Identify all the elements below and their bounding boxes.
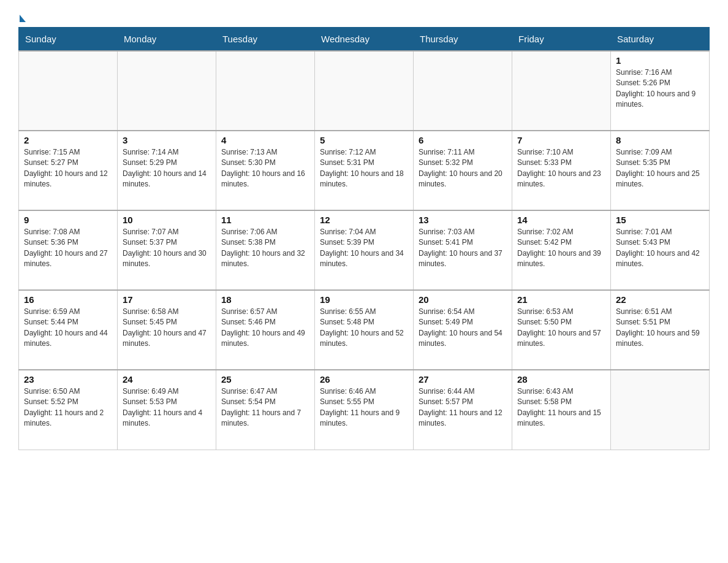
day-info: Sunrise: 6:57 AM Sunset: 5:46 PM Dayligh… [221, 307, 309, 350]
calendar-cell: 10Sunrise: 7:07 AM Sunset: 5:37 PM Dayli… [118, 210, 216, 290]
calendar-cell: 28Sunrise: 6:43 AM Sunset: 5:58 PM Dayli… [512, 370, 611, 450]
day-info: Sunrise: 7:02 AM Sunset: 5:42 PM Dayligh… [517, 227, 605, 270]
calendar-cell: 16Sunrise: 6:59 AM Sunset: 5:44 PM Dayli… [19, 290, 118, 370]
column-header-tuesday: Tuesday [216, 28, 315, 52]
column-header-monday: Monday [118, 28, 216, 52]
calendar-cell [216, 51, 315, 131]
day-info: Sunrise: 7:10 AM Sunset: 5:33 PM Dayligh… [517, 147, 605, 190]
calendar-cell: 25Sunrise: 6:47 AM Sunset: 5:54 PM Dayli… [216, 370, 315, 450]
calendar-cell: 17Sunrise: 6:58 AM Sunset: 5:45 PM Dayli… [118, 290, 216, 370]
column-header-saturday: Saturday [611, 28, 710, 52]
day-info: Sunrise: 6:43 AM Sunset: 5:58 PM Dayligh… [517, 386, 605, 429]
day-info: Sunrise: 7:12 AM Sunset: 5:31 PM Dayligh… [320, 147, 408, 190]
day-number: 15 [616, 215, 704, 225]
day-info: Sunrise: 6:51 AM Sunset: 5:51 PM Dayligh… [616, 307, 704, 350]
day-number: 12 [320, 215, 408, 225]
day-info: Sunrise: 6:58 AM Sunset: 5:45 PM Dayligh… [123, 307, 211, 350]
calendar-cell: 15Sunrise: 7:01 AM Sunset: 5:43 PM Dayli… [611, 210, 710, 290]
day-info: Sunrise: 7:09 AM Sunset: 5:35 PM Dayligh… [616, 147, 704, 190]
day-number: 2 [24, 135, 112, 145]
calendar-table: SundayMondayTuesdayWednesdayThursdayFrid… [18, 27, 710, 450]
calendar-cell: 9Sunrise: 7:08 AM Sunset: 5:36 PM Daylig… [19, 210, 118, 290]
day-number: 24 [123, 374, 211, 385]
day-info: Sunrise: 6:50 AM Sunset: 5:52 PM Dayligh… [24, 386, 112, 429]
day-number: 17 [123, 294, 211, 305]
calendar-cell: 12Sunrise: 7:04 AM Sunset: 5:39 PM Dayli… [315, 210, 414, 290]
day-info: Sunrise: 6:53 AM Sunset: 5:50 PM Dayligh… [517, 307, 605, 350]
logo [18, 12, 26, 21]
calendar-week-row: 23Sunrise: 6:50 AM Sunset: 5:52 PM Dayli… [19, 370, 710, 450]
calendar-cell: 13Sunrise: 7:03 AM Sunset: 5:41 PM Dayli… [414, 210, 512, 290]
day-number: 8 [616, 135, 704, 145]
day-number: 5 [320, 135, 408, 145]
day-info: Sunrise: 6:59 AM Sunset: 5:44 PM Dayligh… [24, 307, 112, 350]
day-number: 23 [24, 374, 112, 385]
day-info: Sunrise: 6:55 AM Sunset: 5:48 PM Dayligh… [320, 307, 408, 350]
day-number: 1 [616, 55, 704, 66]
calendar-header-row: SundayMondayTuesdayWednesdayThursdayFrid… [19, 28, 710, 52]
day-info: Sunrise: 7:08 AM Sunset: 5:36 PM Dayligh… [24, 227, 112, 270]
day-number: 20 [419, 294, 507, 305]
page-header [18, 12, 710, 21]
calendar-cell: 27Sunrise: 6:44 AM Sunset: 5:57 PM Dayli… [414, 370, 512, 450]
day-info: Sunrise: 7:11 AM Sunset: 5:32 PM Dayligh… [419, 147, 507, 190]
day-number: 16 [24, 294, 112, 305]
day-number: 18 [221, 294, 309, 305]
day-number: 4 [221, 135, 309, 145]
day-number: 10 [123, 215, 211, 225]
day-number: 6 [419, 135, 507, 145]
day-info: Sunrise: 6:54 AM Sunset: 5:49 PM Dayligh… [419, 307, 507, 350]
column-header-wednesday: Wednesday [315, 28, 414, 52]
calendar-week-row: 9Sunrise: 7:08 AM Sunset: 5:36 PM Daylig… [19, 210, 710, 290]
calendar-cell: 14Sunrise: 7:02 AM Sunset: 5:42 PM Dayli… [512, 210, 611, 290]
day-info: Sunrise: 7:01 AM Sunset: 5:43 PM Dayligh… [616, 227, 704, 270]
day-number: 19 [320, 294, 408, 305]
calendar-cell [315, 51, 414, 131]
calendar-week-row: 2Sunrise: 7:15 AM Sunset: 5:27 PM Daylig… [19, 131, 710, 210]
column-header-friday: Friday [512, 28, 611, 52]
calendar-cell [512, 51, 611, 131]
column-header-thursday: Thursday [414, 28, 512, 52]
day-number: 13 [419, 215, 507, 225]
day-number: 11 [221, 215, 309, 225]
calendar-cell [19, 51, 118, 131]
calendar-cell: 24Sunrise: 6:49 AM Sunset: 5:53 PM Dayli… [118, 370, 216, 450]
day-number: 27 [419, 374, 507, 385]
day-number: 22 [616, 294, 704, 305]
calendar-cell: 1Sunrise: 7:16 AM Sunset: 5:26 PM Daylig… [611, 51, 710, 131]
day-info: Sunrise: 6:46 AM Sunset: 5:55 PM Dayligh… [320, 386, 408, 429]
day-number: 9 [24, 215, 112, 225]
calendar-cell: 18Sunrise: 6:57 AM Sunset: 5:46 PM Dayli… [216, 290, 315, 370]
day-info: Sunrise: 6:44 AM Sunset: 5:57 PM Dayligh… [419, 386, 507, 429]
calendar-cell: 2Sunrise: 7:15 AM Sunset: 5:27 PM Daylig… [19, 131, 118, 210]
calendar-cell: 8Sunrise: 7:09 AM Sunset: 5:35 PM Daylig… [611, 131, 710, 210]
day-info: Sunrise: 7:13 AM Sunset: 5:30 PM Dayligh… [221, 147, 309, 190]
day-info: Sunrise: 7:04 AM Sunset: 5:39 PM Dayligh… [320, 227, 408, 270]
calendar-cell: 4Sunrise: 7:13 AM Sunset: 5:30 PM Daylig… [216, 131, 315, 210]
calendar-cell [611, 370, 710, 450]
calendar-cell: 3Sunrise: 7:14 AM Sunset: 5:29 PM Daylig… [118, 131, 216, 210]
day-number: 26 [320, 374, 408, 385]
day-number: 25 [221, 374, 309, 385]
calendar-cell: 23Sunrise: 6:50 AM Sunset: 5:52 PM Dayli… [19, 370, 118, 450]
calendar-week-row: 16Sunrise: 6:59 AM Sunset: 5:44 PM Dayli… [19, 290, 710, 370]
day-number: 7 [517, 135, 605, 145]
day-number: 14 [517, 215, 605, 225]
day-info: Sunrise: 6:47 AM Sunset: 5:54 PM Dayligh… [221, 386, 309, 429]
calendar-week-row: 1Sunrise: 7:16 AM Sunset: 5:26 PM Daylig… [19, 51, 710, 131]
day-info: Sunrise: 7:16 AM Sunset: 5:26 PM Dayligh… [616, 67, 704, 110]
calendar-cell [118, 51, 216, 131]
day-info: Sunrise: 7:06 AM Sunset: 5:38 PM Dayligh… [221, 227, 309, 270]
calendar-cell: 6Sunrise: 7:11 AM Sunset: 5:32 PM Daylig… [414, 131, 512, 210]
calendar-cell: 22Sunrise: 6:51 AM Sunset: 5:51 PM Dayli… [611, 290, 710, 370]
day-number: 3 [123, 135, 211, 145]
day-number: 28 [517, 374, 605, 385]
day-info: Sunrise: 6:49 AM Sunset: 5:53 PM Dayligh… [123, 386, 211, 429]
day-info: Sunrise: 7:03 AM Sunset: 5:41 PM Dayligh… [419, 227, 507, 270]
day-number: 21 [517, 294, 605, 305]
logo-arrow-icon [20, 15, 26, 22]
day-info: Sunrise: 7:14 AM Sunset: 5:29 PM Dayligh… [123, 147, 211, 190]
calendar-cell: 7Sunrise: 7:10 AM Sunset: 5:33 PM Daylig… [512, 131, 611, 210]
calendar-cell: 11Sunrise: 7:06 AM Sunset: 5:38 PM Dayli… [216, 210, 315, 290]
calendar-cell: 21Sunrise: 6:53 AM Sunset: 5:50 PM Dayli… [512, 290, 611, 370]
